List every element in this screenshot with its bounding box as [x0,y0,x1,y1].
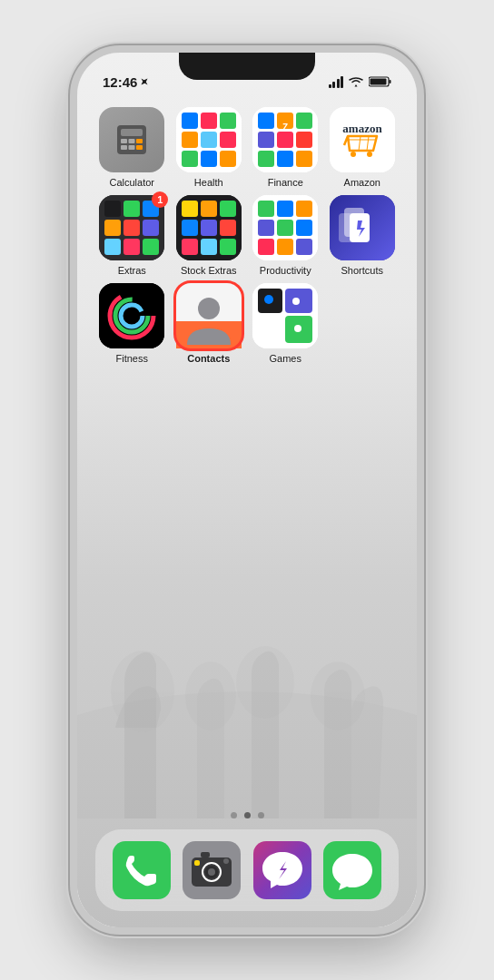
svg-rect-50 [143,239,159,255]
svg-point-1 [111,651,174,732]
page-dot-3[interactable] [258,812,264,818]
svg-point-3 [236,646,294,719]
svg-rect-57 [220,220,236,236]
svg-rect-55 [182,220,198,236]
app-shortcuts[interactable]: Shortcuts [326,195,400,276]
svg-rect-35 [296,151,312,167]
svg-rect-12 [136,139,143,143]
page-dot-2[interactable] [244,812,251,818]
svg-rect-7 [390,80,391,83]
svg-point-88 [292,298,300,305]
svg-rect-23 [182,151,198,167]
svg-rect-58 [182,239,198,255]
contacts-icon [176,283,242,348]
svg-rect-90 [113,841,171,899]
app-fitness[interactable]: Fitness [95,283,169,364]
svg-rect-46 [124,220,140,236]
svg-rect-69 [277,239,293,255]
svg-rect-25 [220,151,236,167]
svg-rect-70 [296,239,312,255]
battery-icon [369,76,391,87]
fitness-icon [99,283,164,348]
stock-extras-label: Stock Extras [181,265,237,276]
svg-point-39 [351,152,356,157]
svg-rect-65 [258,220,274,236]
app-health[interactable]: Health [173,107,246,188]
svg-rect-9 [121,129,143,136]
app-amazon[interactable]: amazon Amazon [326,107,400,188]
page-dot-1[interactable] [231,812,237,818]
app-productivity[interactable]: Productivity [249,195,322,276]
svg-point-87 [264,295,273,304]
games-label: Games [270,353,301,364]
status-icons [329,76,392,88]
signal-bars-icon [329,76,344,88]
svg-rect-30 [258,132,274,148]
games-icon [252,283,318,348]
svg-rect-81 [176,321,242,327]
svg-rect-48 [104,239,121,255]
app-contacts[interactable]: Contacts [173,283,246,364]
svg-rect-52 [182,201,198,217]
svg-rect-49 [124,239,140,255]
svg-rect-42 [104,201,121,217]
svg-point-95 [208,868,215,876]
svg-rect-18 [201,113,217,129]
calculator-icon [99,107,164,172]
app-stock-extras[interactable]: Stock Extras [173,195,246,276]
app-extras[interactable]: 1 Extras [95,195,169,276]
svg-rect-98 [194,860,200,866]
phone-frame: 12:46 [70,45,424,935]
extras-label: Extras [118,265,146,276]
svg-text:amazon: amazon [342,122,382,135]
svg-rect-96 [201,852,210,858]
svg-rect-68 [258,239,274,255]
svg-rect-43 [124,201,140,217]
svg-rect-33 [258,151,274,167]
dock-phone[interactable] [113,841,171,899]
app-grid: Calculator [95,107,399,364]
svg-rect-6 [370,79,387,85]
health-icon [176,107,242,172]
svg-rect-24 [201,151,217,167]
svg-text:Z: Z [282,122,288,132]
page-dots [77,812,417,818]
finance-label: Finance [268,177,303,188]
svg-rect-62 [258,201,274,217]
svg-rect-53 [201,201,217,217]
svg-rect-19 [220,113,236,129]
contacts-label: Contacts [187,353,230,364]
svg-point-82 [198,298,220,319]
finance-icon: Z [252,107,318,172]
shortcuts-icon [330,195,395,260]
svg-rect-56 [201,220,217,236]
productivity-icon [252,195,318,260]
svg-rect-67 [296,220,312,236]
app-calculator[interactable]: Calculator [95,107,169,188]
svg-rect-29 [296,113,312,129]
svg-rect-47 [143,220,159,236]
svg-rect-31 [277,132,293,148]
extras-badge: 1 [152,191,168,208]
svg-rect-20 [182,132,198,148]
health-label: Health [194,177,223,188]
svg-rect-63 [277,201,293,217]
location-icon [140,77,149,86]
svg-rect-66 [277,220,293,236]
app-finance[interactable]: Z Finance [249,107,322,188]
svg-point-97 [223,858,229,864]
svg-rect-13 [121,145,127,150]
svg-point-4 [311,662,365,730]
app-games[interactable]: Games [249,283,322,364]
productivity-label: Productivity [260,265,311,276]
svg-point-89 [294,325,301,332]
dock-messenger[interactable] [253,841,311,899]
amazon-label: Amazon [344,177,380,188]
notch [179,53,315,80]
svg-rect-15 [136,145,143,150]
dock-messages[interactable] [323,841,381,899]
dock-camera[interactable] [183,841,241,899]
stock-icon [176,195,242,260]
wifi-icon [349,76,363,87]
dock [95,829,399,911]
